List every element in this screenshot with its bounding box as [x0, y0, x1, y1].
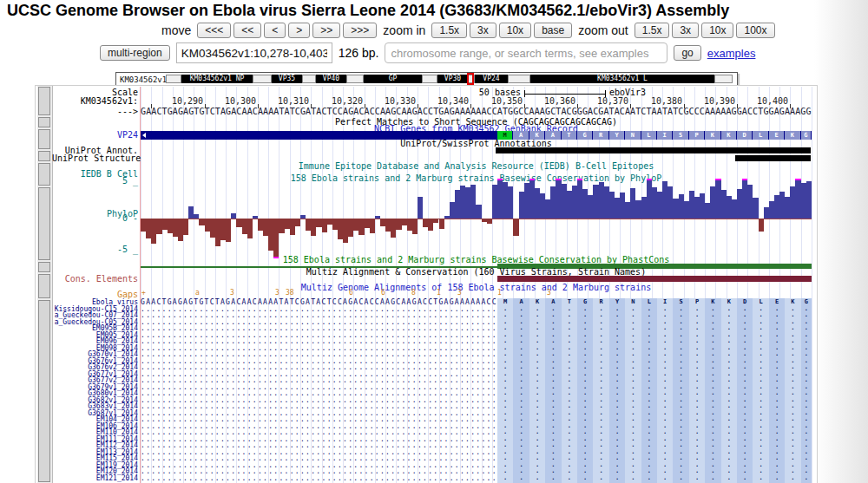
strain-aa-dot: . [785, 371, 800, 378]
strain-aa-dot: . [609, 371, 625, 378]
strain-aa-dot: . [513, 390, 529, 397]
strain-aa-dot: . [641, 475, 657, 482]
strand-chevron [142, 133, 146, 138]
strain-aa-dot: . [513, 462, 529, 469]
strain-aa-dot: . [529, 475, 545, 482]
strain-aa-dot: . [657, 429, 673, 436]
track-drag-handle[interactable] [38, 262, 50, 272]
strain-aa-dot: . [673, 371, 688, 378]
strain-aa-dot: . [705, 351, 720, 358]
strain-aa-dot: . [577, 429, 593, 436]
strain-aa-dot: . [513, 338, 529, 345]
zoom-in-button-10x[interactable]: 10x [499, 23, 531, 38]
gene-codon-K: K [705, 131, 720, 140]
strain-aa-dot: . [753, 384, 768, 391]
phylop-track-title[interactable]: 158 Ebola strains and 2 Marburg strains … [141, 174, 812, 183]
zoom-in-button-1.5x[interactable]: 1.5x [431, 23, 467, 38]
iedb-track-title[interactable]: Immune Epitope Database and Analysis Res… [141, 162, 812, 171]
zoom-out-button-100x[interactable]: 100x [736, 23, 774, 38]
multi-region-button[interactable]: multi-region [100, 45, 170, 61]
strain-aa-dot: . [657, 306, 673, 313]
strain-aa-dot: . [529, 345, 545, 352]
move-button-[interactable]: <<< [197, 23, 231, 38]
multiz-track-title[interactable]: Multiz Genome Alignments of 158 Ebola st… [141, 284, 812, 292]
strain-aa-dot: . [705, 397, 720, 404]
zoom-in-button-base[interactable]: base [534, 23, 572, 38]
strain-aa-dot: . [641, 462, 657, 469]
track-drag-handle[interactable] [38, 163, 50, 186]
strain-aa-dot: . [545, 371, 561, 378]
strain-aa-dot: . [673, 351, 688, 358]
zoom-in-label: zoom in [383, 23, 425, 37]
zoom-out-button-1.5x[interactable]: 1.5x [635, 23, 670, 38]
strain-aa-dot: . [625, 462, 641, 469]
strain-aa-dot: . [545, 377, 561, 384]
strain-aa-dot: . [593, 351, 608, 358]
strain-aa-dot: . [609, 338, 625, 345]
strain-aa-dot: . [545, 319, 561, 326]
strain-aa-dot: . [801, 462, 812, 469]
track-drag-handle[interactable] [38, 87, 50, 115]
search-input[interactable] [385, 42, 667, 63]
move-button-[interactable]: >>> [343, 23, 377, 38]
strain-aa-dot: . [753, 371, 768, 378]
strain-aa-dot: . [609, 345, 625, 352]
track-drag-handle[interactable] [38, 117, 50, 127]
strain-aa-dot: . [785, 345, 800, 352]
uniprot-annot-bar[interactable] [496, 147, 811, 153]
gene-label-vp24[interactable]: VP24 [52, 131, 138, 140]
strain-aa-dot: . [513, 384, 529, 391]
move-button-[interactable]: > [288, 23, 310, 38]
cons-elements-label[interactable]: Cons. Elements [52, 275, 138, 284]
strain-aa-dot: . [785, 462, 800, 469]
zoom-in-button-3x[interactable]: 3x [470, 23, 496, 38]
strain-aa-dot: . [577, 325, 593, 332]
strain-label-EM121_2014[interactable]: EM121_2014 [47, 475, 138, 482]
strain-aa-dot: . [737, 332, 753, 339]
strain-aa-dot: . [593, 449, 608, 456]
strain-aa-dot: . [785, 475, 800, 482]
uniprot-structure-label[interactable]: UniProt Structure [52, 154, 138, 163]
strain-aa-dot: . [625, 397, 641, 404]
strain-aa-dot: . [562, 364, 577, 371]
reference-aa: K [529, 299, 545, 306]
strain-aa-dot: . [753, 377, 768, 384]
strain-aa-dot: . [593, 436, 608, 443]
strain-aa-dot: . [769, 397, 785, 404]
strain-aa-dot: . [593, 416, 608, 423]
strain-aa-dot: . [593, 325, 608, 332]
zoom-out-button-10x[interactable]: 10x [701, 23, 733, 38]
strain-aa-dot: . [577, 371, 593, 378]
zoom-out-button-3x[interactable]: 3x [672, 23, 699, 38]
strain-aa-dot: . [769, 403, 785, 410]
strain-aa-dot: . [689, 319, 705, 326]
strain-aa-dot: . [737, 449, 753, 456]
examples-link[interactable]: examples [707, 47, 756, 60]
strain-aa-dot: . [737, 338, 753, 345]
move-button-[interactable]: << [233, 23, 261, 38]
strain-aa-dot: . [785, 442, 800, 449]
uniprot-structure-bar[interactable] [735, 155, 811, 161]
ideogram-position-marker [467, 73, 474, 85]
strain-aa-dot: . [673, 384, 688, 391]
strain-aa-dot: . [545, 462, 561, 469]
move-button-[interactable]: >> [312, 23, 340, 38]
strain-aa-dot: . [625, 429, 641, 436]
strain-aa-dot: . [721, 345, 737, 352]
move-button-[interactable]: < [264, 23, 286, 38]
position-input[interactable] [176, 42, 332, 63]
strain-aa-dot: . [801, 338, 812, 345]
strain-aa-dot: . [529, 306, 545, 313]
gap-marker: 1 [437, 290, 441, 297]
strain-aa-dot: . [529, 364, 545, 371]
strain-aa-dot: . [689, 429, 705, 436]
strain-aa-dot: . [562, 475, 577, 482]
go-button[interactable]: go [674, 45, 700, 61]
track-drag-handle[interactable] [38, 129, 50, 149]
strain-aa-dot: . [641, 423, 657, 430]
track-drag-handle[interactable] [38, 274, 50, 298]
scale-bar-tick-left [524, 90, 525, 97]
track-drag-handle[interactable] [38, 187, 50, 260]
track-drag-handle[interactable] [38, 151, 50, 161]
strain-aa-dot: . [673, 312, 688, 319]
